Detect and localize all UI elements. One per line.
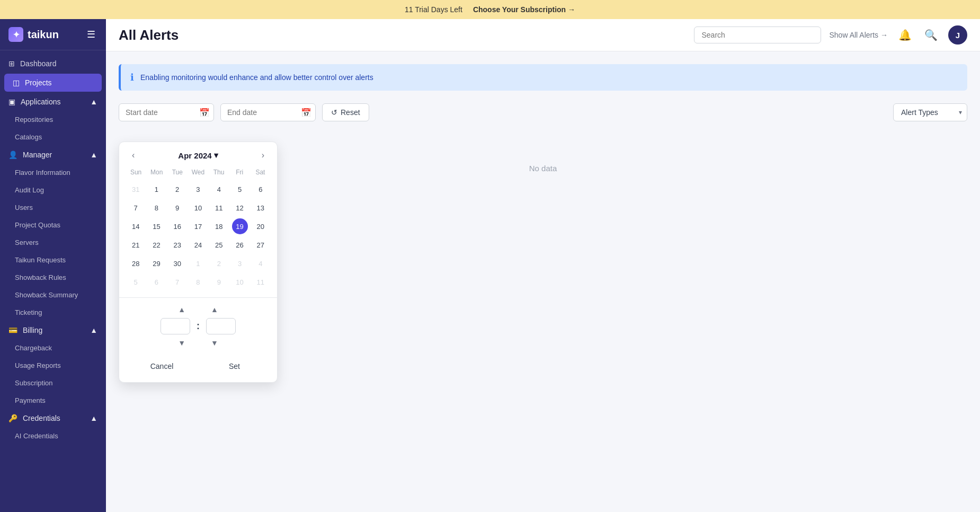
start-date-calendar-button[interactable]: 📅 (199, 108, 210, 118)
sidebar-group-credentials[interactable]: 🔑 Credentials ▲ (0, 409, 106, 427)
applications-icon: ▣ (8, 98, 15, 106)
cal-date[interactable]: 21 (128, 237, 144, 253)
cal-date[interactable]: 2 (170, 181, 185, 197)
reset-label: Reset (341, 108, 360, 117)
cal-date[interactable]: 10 (190, 200, 206, 216)
sidebar-item-ticketing[interactable]: Ticketing (0, 304, 106, 321)
sidebar-item-label: Subscription (15, 379, 53, 387)
cal-date[interactable]: 9 (170, 200, 185, 216)
sidebar-item-catalogs[interactable]: Catalogs (0, 128, 106, 146)
calendar-cancel-button[interactable]: Cancel (128, 358, 196, 375)
calendar-set-button[interactable]: Set (200, 358, 269, 375)
sidebar-item-showback-summary[interactable]: Showback Summary (0, 286, 106, 304)
day-fri: Fri (229, 166, 250, 178)
cal-date[interactable]: 3 (232, 255, 248, 271)
search-button[interactable]: 🔍 (922, 27, 940, 43)
sidebar-group-applications[interactable]: ▣ Applications ▲ (0, 93, 106, 111)
reset-button[interactable]: ↺ Reset (322, 103, 369, 121)
cal-date[interactable]: 13 (253, 200, 269, 216)
alert-types-select[interactable]: Alert Types (893, 103, 967, 121)
choose-subscription-link[interactable]: Choose Your Subscription → (473, 5, 575, 14)
start-date-wrapper: 📅 (119, 103, 214, 121)
cal-date[interactable]: 20 (253, 218, 269, 234)
sidebar-item-subscription[interactable]: Subscription (0, 374, 106, 392)
sidebar-group-billing[interactable]: 💳 Billing ▲ (0, 321, 106, 339)
sidebar-item-chargeback[interactable]: Chargeback (0, 339, 106, 357)
sidebar-item-ai-credentials[interactable]: AI Credentials (0, 427, 106, 445)
topbar-right: Show All Alerts → 🔔 🔍 J (694, 25, 968, 45)
cal-date[interactable]: 25 (211, 237, 227, 253)
hour-input[interactable]: 13 (161, 318, 190, 334)
sidebar-item-taikun-requests[interactable]: Taikun Requests (0, 251, 106, 269)
cal-date[interactable]: 18 (211, 218, 227, 234)
calendar-month-label[interactable]: Apr 2024 ▾ (178, 151, 218, 160)
cal-date[interactable]: 9 (211, 274, 227, 290)
reset-icon: ↺ (331, 108, 337, 117)
cal-date[interactable]: 17 (190, 218, 206, 234)
hamburger-button[interactable]: ☰ (85, 27, 97, 42)
cal-date[interactable]: 16 (170, 218, 185, 234)
sidebar-item-servers[interactable]: Servers (0, 234, 106, 251)
cal-date[interactable]: 2 (211, 255, 227, 271)
cal-date[interactable]: 15 (148, 218, 164, 234)
sidebar-item-audit-log[interactable]: Audit Log (0, 181, 106, 199)
hour-up-button[interactable]: ▲ (174, 304, 190, 315)
cal-date[interactable]: 24 (190, 237, 206, 253)
cal-date[interactable]: 10 (232, 274, 248, 290)
end-date-calendar-button[interactable]: 📅 (301, 108, 311, 118)
sidebar-item-payments[interactable]: Payments (0, 392, 106, 409)
time-down-row: ▼ ▼ (174, 338, 222, 348)
sidebar-item-label: Showback Summary (15, 291, 78, 299)
cal-date[interactable]: 6 (148, 274, 164, 290)
minute-up-button[interactable]: ▲ (207, 304, 222, 315)
search-input[interactable] (694, 27, 821, 43)
cal-date[interactable]: 26 (232, 237, 248, 253)
sidebar-item-projects[interactable]: ◫ Projects (4, 74, 102, 92)
cal-date[interactable]: 30 (170, 255, 185, 271)
sidebar-item-repositories[interactable]: Repositories (0, 111, 106, 128)
cal-date[interactable]: 22 (148, 237, 164, 253)
minute-down-button[interactable]: ▼ (207, 338, 222, 348)
hour-down-button[interactable]: ▼ (174, 338, 190, 348)
cal-date[interactable]: 11 (253, 274, 269, 290)
calendar-prev-button[interactable]: ‹ (128, 148, 139, 162)
cal-date[interactable]: 3 (190, 181, 206, 197)
sidebar-group-manager[interactable]: 👤 Manager ▲ (0, 146, 106, 164)
cal-date[interactable]: 1 (148, 181, 164, 197)
cal-date[interactable]: 14 (128, 218, 144, 234)
cal-date[interactable]: 4 (211, 181, 227, 197)
calendar-time-section: ▲ ▲ 13 : 56 ▼ ▼ (119, 300, 277, 352)
sidebar-item-usage-reports[interactable]: Usage Reports (0, 357, 106, 374)
chevron-up-icon: ▲ (90, 326, 97, 334)
cal-date-selected[interactable]: 19 (232, 218, 248, 234)
cal-date[interactable]: 29 (148, 255, 164, 271)
cal-date[interactable]: 6 (253, 181, 269, 197)
cal-date[interactable]: 12 (232, 200, 248, 216)
sidebar-item-dashboard[interactable]: ⊞ Dashboard (0, 55, 106, 73)
cal-date[interactable]: 8 (190, 274, 206, 290)
sidebar-item-users[interactable]: Users (0, 199, 106, 216)
sidebar-item-showback-rules[interactable]: Showback Rules (0, 269, 106, 286)
cal-date[interactable]: 27 (253, 237, 269, 253)
chevron-up-icon: ▲ (90, 151, 97, 159)
show-all-alerts-button[interactable]: Show All Alerts → (830, 31, 888, 39)
cal-date[interactable]: 7 (128, 200, 144, 216)
sidebar-item-project-quotas[interactable]: Project Quotas (0, 216, 106, 234)
cal-date[interactable]: 1 (190, 255, 206, 271)
cal-date[interactable]: 23 (170, 237, 185, 253)
calendar-next-button[interactable]: › (257, 148, 269, 162)
cal-date[interactable]: 7 (170, 274, 185, 290)
chevron-up-icon: ▲ (90, 414, 97, 422)
day-sun: Sun (126, 166, 146, 178)
cal-date[interactable]: 4 (253, 255, 269, 271)
cal-date[interactable]: 31 (128, 181, 144, 197)
user-avatar[interactable]: J (948, 25, 967, 45)
minute-input[interactable]: 56 (206, 318, 236, 334)
cal-date[interactable]: 5 (128, 274, 144, 290)
sidebar-item-flavor-information[interactable]: Flavor Information (0, 164, 106, 181)
notifications-button[interactable]: 🔔 (896, 27, 914, 43)
cal-date[interactable]: 28 (128, 255, 144, 271)
cal-date[interactable]: 5 (232, 181, 248, 197)
cal-date[interactable]: 8 (148, 200, 164, 216)
cal-date[interactable]: 11 (211, 200, 227, 216)
